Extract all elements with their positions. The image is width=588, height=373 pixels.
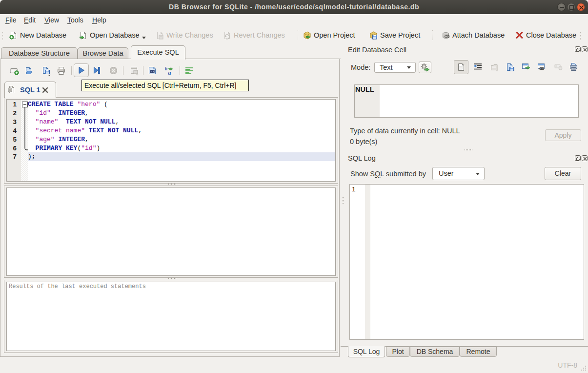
svg-text:b: b: [165, 66, 167, 71]
svg-text:a: a: [168, 69, 171, 76]
